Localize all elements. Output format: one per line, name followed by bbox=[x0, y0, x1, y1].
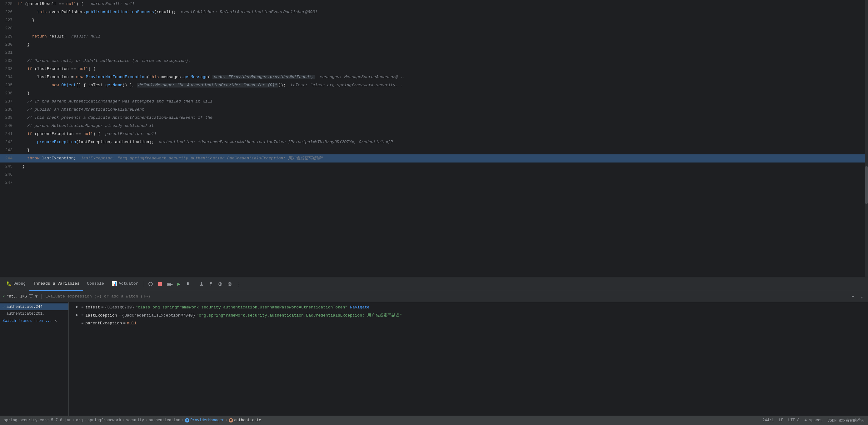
breadcrumb-classname: ProviderManager bbox=[190, 418, 224, 423]
code-line-227: 227 } bbox=[0, 16, 868, 24]
eval-input[interactable] bbox=[45, 294, 847, 299]
filter-icon[interactable] bbox=[29, 294, 33, 299]
switch-frames-label: Switch frames from ... bbox=[2, 319, 52, 323]
code-line-236: 236 } bbox=[0, 89, 868, 97]
status-source: CSDN @xx右右的浮沉 bbox=[827, 418, 864, 423]
debug-bug-icon: 🐛 bbox=[6, 281, 11, 286]
code-line-238: 238 // publish an AbstractAuthentication… bbox=[0, 105, 868, 114]
var-eq-parentexception: = bbox=[123, 320, 126, 327]
status-encoding: LF bbox=[779, 418, 783, 423]
code-line-226: 226 this.eventPublisher.publishAuthentic… bbox=[0, 8, 868, 16]
debug-panel: ✓ "ht...ING ▼ + ⌄ ↩ authenticate:244 bbox=[0, 291, 868, 416]
filter-bar: ✓ "ht...ING ▼ + ⌄ bbox=[0, 291, 868, 302]
code-line-240: 240 // parent AuthenticationManager alre… bbox=[0, 122, 868, 130]
var-type-totest: {Class@6739} bbox=[105, 304, 134, 311]
stack-item-244-label: authenticate:244 bbox=[6, 305, 42, 309]
stack-item-201-label: authenticate:201, bbox=[6, 311, 45, 316]
step-into-button[interactable] bbox=[197, 280, 206, 289]
rerun-button[interactable] bbox=[146, 280, 155, 289]
debug-toolbar: 🐛 Debug Threads & Variables Console 📊 Ac… bbox=[0, 277, 868, 291]
var-value-lastexception: "org.springframework.security.authentica… bbox=[196, 312, 402, 319]
switch-frames-button[interactable]: Switch frames from ... ✕ bbox=[0, 317, 68, 324]
var-icon-totest: ≡ bbox=[81, 304, 84, 310]
code-line-228: 228 bbox=[0, 24, 868, 32]
code-line-242: 242 prepareException(lastException, auth… bbox=[0, 138, 868, 146]
more-button[interactable]: ⋮ bbox=[235, 280, 243, 289]
call-stack-panel: ↩ authenticate:244 ○ authenticate:201, S… bbox=[0, 302, 69, 416]
var-eq-lastexception: = bbox=[118, 312, 121, 319]
toolbar-separator-2 bbox=[195, 281, 195, 287]
eval-expand-button[interactable]: ⌄ bbox=[858, 293, 866, 300]
tab-debug[interactable]: 🐛 Debug bbox=[2, 277, 29, 291]
pause-button[interactable]: ⏸ bbox=[184, 280, 192, 289]
breadcrumb-org: org bbox=[76, 418, 83, 423]
var-expand-lastexception[interactable]: ▶ bbox=[76, 312, 80, 318]
close-switch-icon[interactable]: ✕ bbox=[54, 318, 57, 323]
var-name-parentexception: parentException bbox=[85, 320, 122, 327]
tab-actuator-label: Actuator bbox=[119, 281, 138, 286]
code-line-232: 232 // Parent was null, or didn't authen… bbox=[0, 57, 868, 65]
var-expand-totest[interactable]: ▶ bbox=[76, 304, 80, 310]
code-line-241: 241 if (parentException == null) { paren… bbox=[0, 130, 868, 138]
stack-item-201-icon: ○ bbox=[2, 312, 5, 315]
code-line-244: 244 throw lastException; lastException: … bbox=[0, 154, 868, 162]
tab-threads-variables[interactable]: Threads & Variables bbox=[29, 277, 83, 291]
vertical-scrollbar[interactable] bbox=[865, 0, 868, 277]
var-row-totest[interactable]: ▶ ≡ toTest = {Class@6739} "class org.spr… bbox=[69, 303, 868, 311]
breadcrumb-security: security bbox=[126, 418, 144, 423]
step-out-button[interactable] bbox=[207, 280, 215, 289]
code-line-225: 225 if (parentResult == null) { parentRe… bbox=[0, 0, 868, 8]
step-over-button[interactable]: ▶▶ bbox=[165, 280, 174, 289]
code-line-237: 237 // If the parent AuthenticationManag… bbox=[0, 97, 868, 105]
mute-button[interactable] bbox=[225, 280, 234, 289]
code-line-235: 235 new Object[] { toTest.getName() }, d… bbox=[0, 81, 868, 89]
filter-dropdown[interactable]: ▼ bbox=[35, 294, 37, 299]
tab-debug-label: Debug bbox=[13, 281, 26, 286]
filter-text: "ht...ING bbox=[6, 294, 27, 299]
stack-item-201[interactable]: ○ authenticate:201, bbox=[0, 310, 68, 317]
breadcrumb-method: authenticate bbox=[234, 418, 261, 423]
code-line-234: 234 lastException = new ProviderNotFound… bbox=[0, 73, 868, 81]
main-container: 225 if (parentResult == null) { parentRe… bbox=[0, 0, 868, 425]
status-bar-right: 244:1 LF UTF-8 4 spaces CSDN @xx右右的浮沉 bbox=[763, 418, 864, 423]
stack-item-244[interactable]: ↩ authenticate:244 bbox=[0, 303, 68, 310]
code-line-246: 246 bbox=[0, 171, 868, 179]
status-bar-left: spring-security-core-5.7.8.jar › org › s… bbox=[4, 418, 261, 423]
status-charset: UTF-8 bbox=[788, 418, 800, 423]
eval-add-button[interactable]: + bbox=[849, 293, 857, 300]
code-line-239: 239 // This check prevents a duplicate A… bbox=[0, 114, 868, 122]
var-icon-lastexception: ≡ bbox=[81, 312, 84, 318]
class-icon: C bbox=[185, 418, 189, 423]
code-line-245: 245 } bbox=[0, 162, 868, 171]
var-row-lastexception[interactable]: ▶ ≡ lastException = {BadCredentialsExcep… bbox=[69, 311, 868, 320]
code-line-233: 233 if (lastException == null) { bbox=[0, 65, 868, 73]
code-content: 225 if (parentResult == null) { parentRe… bbox=[0, 0, 868, 277]
var-value-parentexception: null bbox=[127, 320, 136, 327]
var-row-parentexception[interactable]: ▶ ≡ parentException = null bbox=[69, 320, 868, 328]
tab-actuator[interactable]: 📊 Actuator bbox=[108, 277, 142, 291]
tab-console-label: Console bbox=[87, 281, 104, 286]
var-nav-totest[interactable]: Navigate bbox=[350, 304, 369, 311]
status-bar: spring-security-core-5.7.8.jar › org › s… bbox=[0, 416, 868, 425]
code-line-243: 243 } bbox=[0, 146, 868, 154]
code-line-247: 247 bbox=[0, 179, 868, 187]
code-line-230: 230 } bbox=[0, 41, 868, 49]
filter-checkmark: ✓ bbox=[2, 294, 5, 299]
code-line-229: 229 return result; result: null bbox=[0, 32, 868, 41]
var-icon-parentexception: ≡ bbox=[81, 320, 84, 326]
scrollbar-thumb[interactable] bbox=[865, 166, 868, 204]
breadcrumb: spring-security-core-5.7.8.jar › org › s… bbox=[4, 418, 261, 423]
stack-arrow-icon: ↩ bbox=[2, 305, 5, 309]
breadcrumb-authentication: authentication bbox=[149, 418, 180, 423]
filter-sep bbox=[41, 294, 41, 299]
resume-button[interactable]: ▶ bbox=[174, 280, 183, 289]
svg-rect-0 bbox=[158, 282, 162, 286]
stop-button[interactable] bbox=[156, 280, 164, 289]
status-indent: 4 spaces bbox=[805, 418, 823, 423]
tab-threads-label: Threads & Variables bbox=[33, 281, 80, 286]
tab-console[interactable]: Console bbox=[83, 277, 108, 291]
variables-panel: ▶ ≡ toTest = {Class@6739} "class org.spr… bbox=[69, 302, 868, 416]
eval-actions: + ⌄ bbox=[849, 293, 866, 300]
code-editor: 225 if (parentResult == null) { parentRe… bbox=[0, 0, 868, 277]
reset-button[interactable] bbox=[216, 280, 225, 289]
